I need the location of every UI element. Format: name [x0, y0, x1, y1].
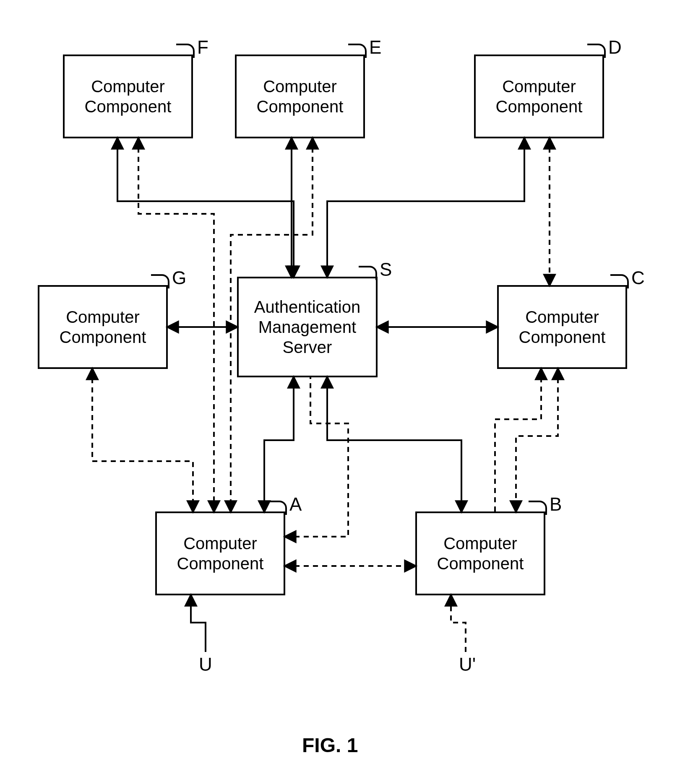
label-Uprime: U'	[459, 654, 476, 675]
hook-S	[359, 266, 377, 280]
label-U: U	[199, 654, 212, 675]
hook-E	[348, 44, 367, 58]
box-C: ComputerComponent	[497, 285, 627, 369]
box-E-text: ComputerComponent	[257, 76, 344, 117]
box-B-text: ComputerComponent	[437, 533, 524, 574]
box-F-text: ComputerComponent	[85, 76, 172, 117]
box-F: ComputerComponent	[63, 55, 193, 138]
box-S-text: AuthenticationManagementServer	[254, 297, 361, 357]
label-S: S	[380, 259, 392, 280]
box-D: ComputerComponent	[474, 55, 604, 138]
hook-C	[610, 274, 629, 288]
box-G-text: ComputerComponent	[60, 307, 146, 347]
hook-B	[529, 501, 547, 515]
label-G: G	[172, 267, 186, 288]
box-A-text: ComputerComponent	[177, 533, 264, 574]
box-B: ComputerComponent	[415, 511, 545, 595]
figure-caption: FIG. 1	[302, 734, 358, 757]
label-A: A	[289, 494, 302, 515]
label-E: E	[369, 37, 381, 58]
diagram-canvas: ComputerComponent F ComputerComponent E …	[0, 0, 693, 784]
box-C-text: ComputerComponent	[519, 307, 606, 347]
hook-F	[176, 44, 195, 58]
label-D: D	[608, 37, 622, 58]
hook-G	[151, 274, 169, 288]
box-A: ComputerComponent	[155, 511, 285, 595]
box-G: ComputerComponent	[38, 285, 168, 369]
hook-A	[268, 501, 287, 515]
box-E: ComputerComponent	[235, 55, 365, 138]
label-B: B	[550, 494, 562, 515]
box-S: AuthenticationManagementServer	[237, 277, 378, 377]
label-F: F	[197, 37, 208, 58]
label-C: C	[631, 267, 645, 288]
hook-D	[587, 44, 606, 58]
box-D-text: ComputerComponent	[496, 76, 583, 117]
